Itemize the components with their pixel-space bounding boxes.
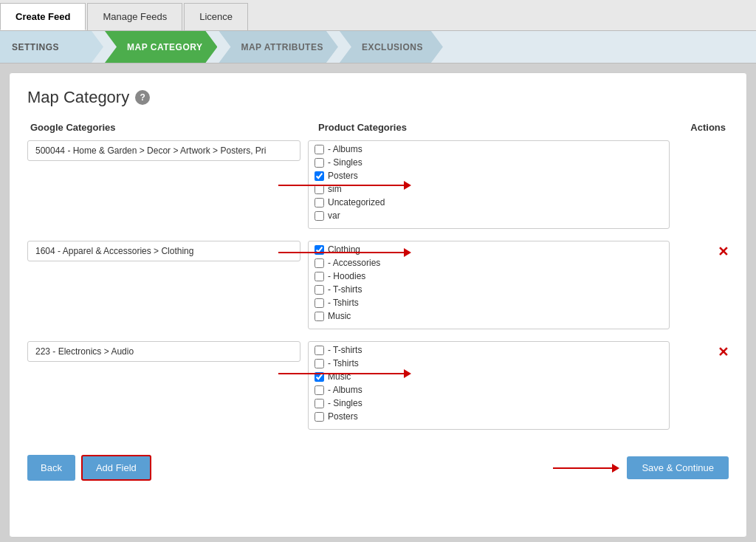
category-item[interactable]: - Hoodies [309, 270, 669, 283]
category-item[interactable]: var [309, 209, 669, 222]
category-item[interactable]: - Albums [309, 383, 669, 397]
tab-licence[interactable]: Licence [184, 3, 248, 30]
checkbox-tshirts2-2[interactable] [315, 298, 324, 308]
google-input-3[interactable] [27, 341, 300, 362]
checkbox-music-3[interactable] [315, 372, 324, 382]
mapping-row-3: - T-shirts - Tshirts Music - Albums [27, 341, 729, 430]
tab-bar: Create Feed Manage Feeds Licence [0, 0, 756, 31]
col-header-actions: Actions [667, 122, 726, 133]
product-categories-3: - T-shirts - Tshirts Music - Albums [308, 341, 670, 430]
step-settings[interactable]: SETTINGS [0, 31, 103, 63]
content-card: Map Category ? Google Categories Product… [9, 72, 747, 538]
checkbox-uncategorized-1[interactable] [315, 198, 324, 207]
tab-create-feed[interactable]: Create Feed [0, 3, 86, 30]
product-categories-2: Clothing - Accessories - Hoodies - T-shi… [308, 241, 670, 329]
btn-left-group: Back Add Field [27, 455, 151, 481]
checkbox-posters-1[interactable] [315, 171, 324, 181]
checkbox-accessories-2[interactable] [315, 258, 324, 268]
checkbox-albums-1[interactable] [315, 145, 324, 154]
category-item[interactable]: - Singles [309, 156, 669, 169]
step-map-attributes[interactable]: MAP ATTRIBUTES [219, 31, 337, 63]
category-item[interactable]: Music [309, 370, 669, 383]
delete-button-3[interactable]: ✕ [718, 344, 729, 360]
category-item[interactable]: Posters [309, 410, 669, 423]
checkbox-singles-1[interactable] [315, 158, 324, 168]
google-input-wrap-1 [27, 140, 308, 161]
col-header-product: Product Categories [311, 122, 667, 133]
category-item[interactable]: - Tshirts [309, 296, 669, 309]
category-item[interactable]: Music [309, 309, 669, 323]
category-listbox-2[interactable]: Clothing - Accessories - Hoodies - T-shi… [308, 241, 670, 329]
col-header-google: Google Categories [30, 122, 311, 133]
btn-right-group: Save & Continue [553, 456, 729, 479]
checkbox-tshirts2-3[interactable] [315, 359, 324, 368]
category-item[interactable]: Clothing [309, 243, 669, 256]
checkbox-sim-1[interactable] [315, 185, 324, 194]
tab-manage-feeds[interactable]: Manage Feeds [87, 3, 182, 30]
step-exclusions[interactable]: EXCLUSIONS [340, 31, 443, 63]
checkbox-clothing-2[interactable] [315, 245, 324, 255]
google-input-wrap-3 [27, 341, 308, 362]
column-headers: Google Categories Product Categories Act… [27, 122, 729, 133]
mapping-row-1: - Albums - Singles Posters sim Uncat [27, 140, 729, 229]
checkbox-var-1[interactable] [315, 211, 324, 221]
category-item[interactable]: sim [309, 182, 669, 196]
category-item[interactable]: - Accessories [309, 256, 669, 270]
bottom-toolbar: Back Add Field Save & Continue [27, 447, 729, 481]
google-input-wrap-2 [27, 241, 308, 261]
google-input-1[interactable] [27, 140, 300, 161]
category-listbox-1[interactable]: - Albums - Singles Posters sim Uncat [308, 140, 670, 229]
checkbox-tshirts-2[interactable] [315, 285, 324, 295]
step-map-category[interactable]: MAP CATEGORY [105, 31, 217, 63]
back-button[interactable]: Back [27, 455, 75, 481]
category-item[interactable]: Posters [309, 169, 669, 182]
steps-bar: SETTINGS MAP CATEGORY MAP ATTRIBUTES EXC… [0, 31, 756, 64]
page-title: Map Category [27, 88, 129, 107]
category-item[interactable]: - Singles [309, 397, 669, 410]
checkbox-tshirts-3[interactable] [315, 346, 324, 355]
action-cell-2[interactable]: ✕ [670, 241, 729, 260]
delete-button-2[interactable]: ✕ [718, 244, 729, 260]
google-input-2[interactable] [27, 241, 300, 261]
checkbox-music-2[interactable] [315, 312, 324, 321]
action-cell-1 [670, 140, 729, 143]
product-categories-1: - Albums - Singles Posters sim Uncat [308, 140, 670, 229]
checkbox-singles-3[interactable] [315, 399, 324, 408]
category-item[interactable]: - Tshirts [309, 357, 669, 370]
category-listbox-3[interactable]: - T-shirts - Tshirts Music - Albums [308, 341, 670, 430]
main-content: Map Category ? Google Categories Product… [0, 64, 756, 542]
save-continue-button[interactable]: Save & Continue [627, 456, 729, 479]
mapping-row-2: Clothing - Accessories - Hoodies - T-shi… [27, 241, 729, 329]
category-item[interactable]: - T-shirts [309, 343, 669, 357]
action-cell-3[interactable]: ✕ [670, 341, 729, 360]
category-item[interactable]: Uncategorized [309, 196, 669, 209]
category-item[interactable]: - T-shirts [309, 283, 669, 296]
help-icon[interactable]: ? [135, 90, 150, 105]
app-wrapper: Create Feed Manage Feeds Licence SETTING… [0, 0, 756, 542]
checkbox-hoodies-2[interactable] [315, 272, 324, 281]
add-field-button[interactable]: Add Field [81, 455, 151, 481]
category-item[interactable]: - Albums [309, 143, 669, 156]
checkbox-posters-3[interactable] [315, 412, 324, 422]
checkbox-albums-3[interactable] [315, 385, 324, 395]
page-title-row: Map Category ? [27, 88, 729, 107]
